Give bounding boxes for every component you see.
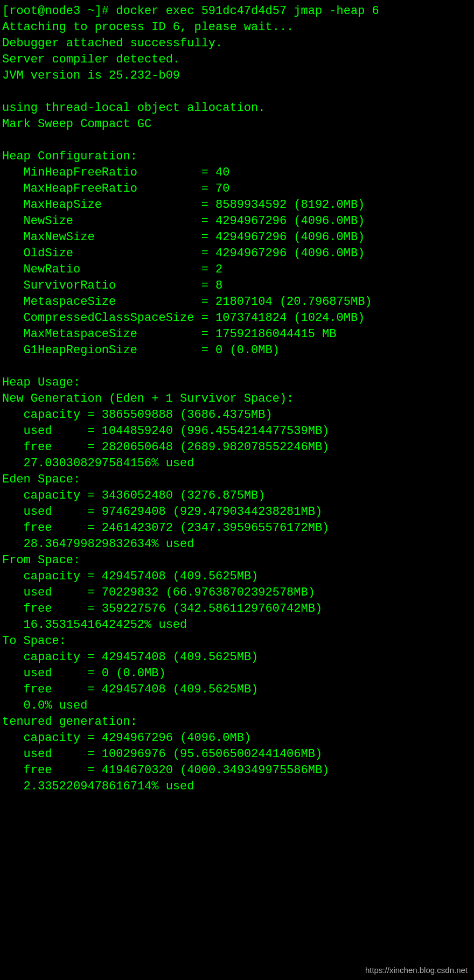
cfg-metaspace-size-value: 21807104 (20.796875MB) <box>215 295 372 309</box>
heap-config-header: Heap Configuration: <box>2 150 137 163</box>
eden-title: Eden Space: <box>2 473 80 486</box>
newgen-pct: 27.030308297584156% used <box>24 457 194 470</box>
capacity-label: capacity <box>24 570 81 583</box>
cfg-metaspace-size-label: MetaspaceSize <box>24 295 116 309</box>
to-free: 429457408 (409.5625MB) <box>102 683 258 696</box>
jvm-version-line: JVM version is 25.232-b09 <box>2 69 180 82</box>
free-label: free <box>24 602 52 615</box>
eden-capacity: 3436052480 (3276.875MB) <box>102 489 266 502</box>
watermark-text: https://xinchen.blog.csdn.net <box>365 965 468 975</box>
free-label: free <box>24 440 52 454</box>
cfg-max-new-size-label: MaxNewSize <box>24 230 95 244</box>
to-title: To Space: <box>2 634 66 648</box>
newgen-capacity: 3865509888 (3686.4375MB) <box>102 408 273 422</box>
eden-pct: 28.364799829832634% used <box>24 537 194 551</box>
capacity-label: capacity <box>24 650 81 664</box>
cfg-max-heap-free-ratio-label: MaxHeapFreeRatio <box>24 182 137 195</box>
to-capacity: 429457408 (409.5625MB) <box>102 650 258 664</box>
from-free: 359227576 (342.5861129760742MB) <box>102 602 322 615</box>
cfg-new-ratio-value: 2 <box>215 263 222 276</box>
capacity-label: capacity <box>24 408 81 422</box>
used-label: used <box>24 424 52 438</box>
free-label: free <box>24 521 52 535</box>
cfg-old-size-value: 4294967296 (4096.0MB) <box>215 247 365 260</box>
cfg-compressed-class-space-size-value: 1073741824 (1024.0MB) <box>215 311 365 325</box>
tenured-pct: 2.3352209478616714% used <box>24 780 194 793</box>
shell-prompt-line: [root@node3 ~]# docker exec 591dc47d4d57… <box>2 4 379 18</box>
tenured-used: 100296976 (95.65065002441406MB) <box>102 747 322 761</box>
tenured-title: tenured generation: <box>2 715 137 729</box>
to-pct: 0.0% used <box>24 699 88 712</box>
used-label: used <box>24 747 52 761</box>
gc-line: Mark Sweep Compact GC <box>2 117 151 131</box>
cfg-survivor-ratio-value: 8 <box>215 279 222 292</box>
cfg-min-heap-free-ratio-label: MinHeapFreeRatio <box>24 166 137 179</box>
used-label: used <box>24 586 52 599</box>
cfg-max-heap-free-ratio-value: 70 <box>215 182 229 195</box>
tenured-capacity: 4294967296 (4096.0MB) <box>102 731 251 745</box>
eden-free: 2461423072 (2347.395965576172MB) <box>102 521 329 535</box>
cfg-survivor-ratio-label: SurvivorRatio <box>24 279 116 292</box>
to-used: 0 (0.0MB) <box>102 667 166 680</box>
newgen-free: 2820650648 (2689.982078552246MB) <box>102 440 329 454</box>
cfg-min-heap-free-ratio-value: 40 <box>215 166 229 179</box>
newgen-title: New Generation (Eden + 1 Survivor Space)… <box>2 392 294 405</box>
terminal-output[interactable]: [root@node3 ~]# docker exec 591dc47d4d57… <box>0 0 474 798</box>
eden-used: 974629408 (929.4790344238281MB) <box>102 505 322 519</box>
from-title: From Space: <box>2 554 80 567</box>
cfg-max-heap-size-label: MaxHeapSize <box>24 198 102 212</box>
cfg-max-new-size-value: 4294967296 (4096.0MB) <box>215 230 365 244</box>
cfg-new-size-label: NewSize <box>24 214 73 228</box>
cfg-new-size-value: 4294967296 (4096.0MB) <box>215 214 365 228</box>
cfg-g1-heap-region-size-value: 0 (0.0MB) <box>215 344 280 357</box>
debugger-line: Debugger attached successfully. <box>2 37 222 50</box>
tenured-free: 4194670320 (4000.349349975586MB) <box>102 764 329 777</box>
cfg-new-ratio-label: NewRatio <box>24 263 81 276</box>
alloc-line: using thread-local object allocation. <box>2 101 265 115</box>
compiler-line: Server compiler detected. <box>2 53 180 66</box>
cfg-max-heap-size-value: 8589934592 (8192.0MB) <box>215 198 365 212</box>
cfg-g1-heap-region-size-label: G1HeapRegionSize <box>24 344 137 357</box>
cfg-compressed-class-space-size-label: CompressedClassSpaceSize <box>24 311 194 325</box>
used-label: used <box>24 505 52 519</box>
capacity-label: capacity <box>24 489 81 502</box>
capacity-label: capacity <box>24 731 81 745</box>
newgen-used: 1044859240 (996.4554214477539MB) <box>102 424 329 438</box>
from-used: 70229832 (66.97638702392578MB) <box>102 586 315 599</box>
used-label: used <box>24 667 52 680</box>
from-capacity: 429457408 (409.5625MB) <box>102 570 258 583</box>
cfg-max-metaspace-size-label: MaxMetaspaceSize <box>24 327 137 341</box>
cfg-max-metaspace-size-value: 17592186044415 MB <box>215 327 336 341</box>
attach-line: Attaching to process ID 6, please wait..… <box>2 20 294 34</box>
free-label: free <box>24 683 52 696</box>
cfg-old-size-label: OldSize <box>24 247 73 260</box>
heap-usage-header: Heap Usage: <box>2 376 80 389</box>
from-pct: 16.35315416424252% used <box>24 618 187 632</box>
free-label: free <box>24 764 52 777</box>
